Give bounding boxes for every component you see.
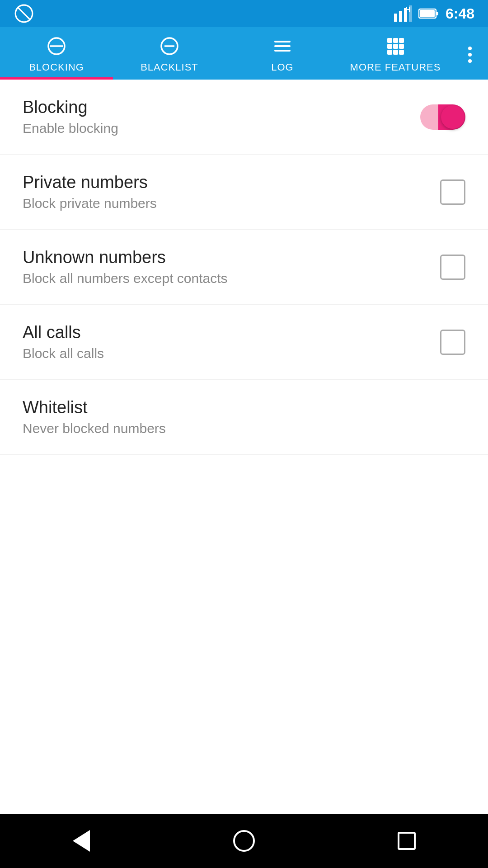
private-numbers-checkbox[interactable]	[440, 179, 465, 205]
log-icon	[272, 36, 292, 59]
setting-unknown-numbers-subtitle: Block all numbers except contacts	[23, 271, 440, 286]
unknown-numbers-checkbox[interactable]	[440, 255, 465, 280]
signal-icon: H	[394, 5, 412, 22]
setting-private-numbers-subtitle: Block private numbers	[23, 196, 440, 211]
svg-rect-23	[387, 50, 392, 55]
more-features-icon	[385, 36, 405, 59]
vertical-dots-icon	[468, 47, 472, 63]
blocking-icon	[47, 36, 66, 59]
tab-blocking[interactable]: BLOCKING	[0, 30, 113, 80]
tab-blocking-label: BLOCKING	[29, 61, 84, 73]
setting-all-calls[interactable]: All calls Block all calls	[0, 305, 488, 380]
recents-icon	[398, 832, 416, 850]
svg-rect-24	[393, 50, 398, 55]
setting-all-calls-text: All calls Block all calls	[23, 323, 440, 361]
content-area: Blocking Enable blocking Private numbers…	[0, 80, 488, 455]
svg-rect-17	[387, 38, 392, 43]
svg-rect-20	[387, 44, 392, 49]
tab-bar: BLOCKING BLACKLIST LOG	[0, 30, 488, 80]
setting-whitelist-subtitle: Never blocked numbers	[23, 421, 465, 436]
svg-rect-2	[394, 14, 397, 22]
tab-log[interactable]: LOG	[226, 30, 339, 80]
tab-blacklist-label: BLACKLIST	[141, 61, 198, 73]
svg-line-1	[17, 7, 30, 20]
setting-unknown-numbers-text: Unknown numbers Block all numbers except…	[23, 248, 440, 286]
setting-blocking-title: Blocking	[23, 98, 420, 117]
setting-whitelist[interactable]: Whitelist Never blocked numbers	[0, 380, 488, 455]
setting-blocking[interactable]: Blocking Enable blocking	[0, 80, 488, 155]
home-icon	[233, 830, 255, 852]
svg-rect-19	[399, 38, 404, 43]
svg-rect-9	[420, 10, 435, 17]
setting-unknown-numbers-title: Unknown numbers	[23, 248, 440, 267]
svg-text:H: H	[406, 6, 410, 13]
setting-whitelist-text: Whitelist Never blocked numbers	[23, 398, 465, 436]
status-time: 6:48	[446, 5, 474, 22]
setting-unknown-numbers[interactable]: Unknown numbers Block all numbers except…	[0, 230, 488, 305]
recents-button[interactable]	[380, 823, 434, 859]
setting-whitelist-title: Whitelist	[23, 398, 465, 417]
tab-more-features[interactable]: MORE FEATURES	[339, 30, 452, 80]
blocking-toggle[interactable]	[420, 104, 465, 130]
svg-rect-25	[399, 50, 404, 55]
all-calls-checkbox[interactable]	[440, 330, 465, 355]
svg-rect-22	[399, 44, 404, 49]
setting-all-calls-title: All calls	[23, 323, 440, 342]
back-icon	[73, 830, 90, 852]
blacklist-icon	[160, 36, 179, 59]
tab-log-label: LOG	[271, 61, 293, 73]
battery-icon	[418, 7, 439, 20]
status-icons: H 6:48	[394, 5, 474, 22]
navigation-bar	[0, 814, 488, 868]
back-button[interactable]	[54, 823, 108, 859]
status-bar: H 6:48	[0, 0, 488, 27]
setting-all-calls-subtitle: Block all calls	[23, 346, 440, 361]
toggle-knob	[441, 105, 465, 129]
svg-rect-18	[393, 38, 398, 43]
setting-private-numbers[interactable]: Private numbers Block private numbers	[0, 155, 488, 230]
home-button[interactable]	[217, 823, 271, 859]
svg-rect-21	[393, 44, 398, 49]
setting-private-numbers-text: Private numbers Block private numbers	[23, 173, 440, 211]
tab-blacklist[interactable]: BLACKLIST	[113, 30, 226, 80]
svg-rect-3	[399, 11, 402, 22]
svg-rect-8	[436, 12, 438, 15]
setting-private-numbers-title: Private numbers	[23, 173, 440, 192]
setting-blocking-text: Blocking Enable blocking	[23, 98, 420, 136]
app-bar: BLOCKING BLACKLIST LOG	[0, 27, 488, 80]
tab-more-features-label: MORE FEATURES	[350, 61, 441, 73]
more-options-button[interactable]	[452, 30, 488, 80]
status-blocked-icon	[14, 3, 34, 24]
setting-blocking-subtitle: Enable blocking	[23, 121, 420, 136]
